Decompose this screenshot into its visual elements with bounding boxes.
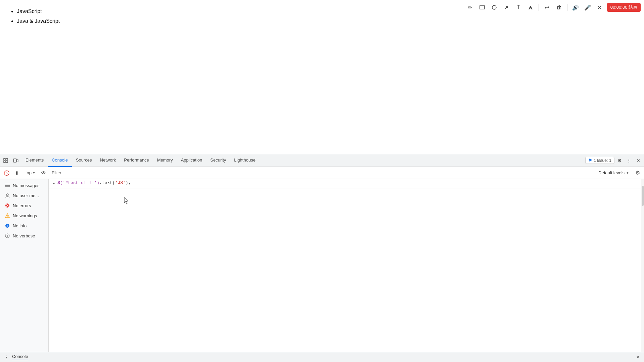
user-icon bbox=[5, 193, 10, 198]
devtools-settings-icon[interactable]: ⚙ bbox=[615, 156, 624, 165]
svg-rect-7 bbox=[17, 160, 18, 162]
sidebar-item-warnings[interactable]: ! No warnings bbox=[1, 211, 47, 220]
tab-memory[interactable]: Memory bbox=[153, 154, 177, 167]
sidebar-item-verbose[interactable]: No verbose bbox=[1, 231, 47, 240]
svg-rect-3 bbox=[6, 159, 8, 160]
sidebar-errors-label: No errors bbox=[13, 203, 31, 208]
devtools-more-icon[interactable]: ⋮ bbox=[625, 156, 633, 165]
device-toggle-icon[interactable] bbox=[11, 156, 20, 165]
highlight-icon[interactable] bbox=[526, 3, 535, 12]
console-body: No messages No user me... No errors ! No… bbox=[0, 179, 644, 352]
toolbar-separator bbox=[539, 4, 539, 11]
tab-security[interactable]: Security bbox=[206, 154, 230, 167]
timer-button[interactable]: 00:00:00 结束 bbox=[607, 3, 641, 12]
context-label: top bbox=[26, 170, 32, 175]
scrollbar-thumb[interactable] bbox=[642, 186, 644, 206]
issues-count: 1 bbox=[609, 158, 611, 163]
tab-console[interactable]: Console bbox=[48, 154, 72, 167]
toolbar-top-right: ✏ ↗ T ↩ 🗑 🔊 🎤 ✕ 00:00:00 结束 bbox=[465, 3, 641, 12]
svg-rect-4 bbox=[4, 161, 5, 163]
code-closing: ); bbox=[126, 180, 131, 185]
issues-badge[interactable]: ⚑ 1 Issue: 1 bbox=[585, 157, 614, 164]
bottom-bar-close-button[interactable]: ✕ bbox=[634, 354, 641, 361]
console-settings-icon[interactable]: ⚙ bbox=[633, 169, 642, 177]
bottom-bar-console-label[interactable]: Console bbox=[12, 354, 28, 360]
code-method: .text( bbox=[99, 180, 115, 185]
chevron-down-icon-2: ▼ bbox=[626, 171, 629, 175]
filter-input[interactable] bbox=[50, 170, 594, 176]
mouse-cursor bbox=[124, 197, 130, 206]
clear-console-button[interactable]: 🚫 bbox=[2, 169, 11, 177]
list-item-2: Java & JavaScript bbox=[17, 16, 634, 26]
sidebar-messages-label: No messages bbox=[13, 183, 39, 188]
sidebar-item-info[interactable]: i No info bbox=[1, 221, 47, 230]
delete-icon[interactable]: 🗑 bbox=[554, 3, 564, 12]
tab-sources[interactable]: Sources bbox=[72, 154, 96, 167]
issues-flag-icon: ⚑ bbox=[588, 158, 592, 163]
svg-rect-0 bbox=[480, 6, 485, 9]
bottom-bar-menu-icon[interactable]: ⋮ bbox=[3, 354, 10, 361]
svg-point-1 bbox=[492, 5, 496, 9]
list-icon bbox=[5, 183, 10, 188]
devtools-bottom-bar: ⋮ Console ✕ bbox=[0, 352, 644, 362]
warning-icon: ! bbox=[5, 213, 10, 218]
devtools-panel: Elements Console Sources Network Perform… bbox=[0, 154, 644, 362]
default-levels-label: Default levels bbox=[598, 170, 625, 175]
sidebar-verbose-label: No verbose bbox=[13, 233, 35, 238]
sidebar-item-messages[interactable]: No messages bbox=[1, 181, 47, 190]
rectangle-icon[interactable] bbox=[477, 3, 487, 12]
toolbar-separator-2 bbox=[567, 4, 567, 11]
tab-application[interactable]: Application bbox=[177, 154, 206, 167]
tab-network[interactable]: Network bbox=[96, 154, 120, 167]
inspect-icon[interactable] bbox=[1, 156, 10, 165]
context-selector[interactable]: top ▼ bbox=[24, 170, 38, 176]
console-entry[interactable]: ▶ $('#test-ul li').text('JS'); bbox=[49, 179, 644, 188]
tab-lighthouse[interactable]: Lighthouse bbox=[230, 154, 260, 167]
svg-text:i: i bbox=[7, 224, 8, 228]
default-levels-button[interactable]: Default levels ▼ bbox=[596, 170, 631, 176]
console-filter-bar: 🚫 ⏸ top ▼ 👁 Default levels ▼ ⚙ bbox=[0, 167, 644, 179]
sidebar-item-user-messages[interactable]: No user me... bbox=[1, 191, 47, 200]
code-selector: $('#test-ul li') bbox=[57, 180, 99, 185]
sidebar-warnings-label: No warnings bbox=[13, 213, 37, 218]
devtools-close-icon[interactable]: ✕ bbox=[634, 156, 643, 165]
verbose-icon bbox=[5, 233, 10, 238]
devtools-right-icons: ⚑ 1 Issue: 1 ⚙ ⋮ ✕ bbox=[585, 156, 643, 165]
tab-elements[interactable]: Elements bbox=[21, 154, 48, 167]
volume-icon[interactable]: 🔊 bbox=[571, 3, 580, 12]
chevron-down-icon: ▼ bbox=[32, 171, 36, 175]
code-string: 'JS' bbox=[115, 180, 126, 185]
issues-label: 1 Issue: bbox=[594, 158, 608, 163]
svg-point-11 bbox=[6, 194, 8, 196]
devtools-left-icons bbox=[1, 156, 20, 165]
page-content: JavaScript Java & JavaScript bbox=[0, 0, 644, 141]
undo-icon[interactable]: ↩ bbox=[542, 3, 552, 12]
arrow-icon[interactable]: ↗ bbox=[502, 3, 511, 12]
pencil-icon[interactable]: ✏ bbox=[465, 3, 475, 12]
circle-icon[interactable] bbox=[490, 3, 499, 12]
eye-icon[interactable]: 👁 bbox=[40, 169, 48, 177]
scrollbar-track[interactable] bbox=[641, 179, 644, 352]
sidebar-info-label: No info bbox=[13, 223, 27, 228]
close-icon[interactable]: ✕ bbox=[595, 3, 604, 12]
svg-text:!: ! bbox=[7, 215, 8, 218]
console-sidebar: No messages No user me... No errors ! No… bbox=[0, 179, 49, 352]
error-icon bbox=[5, 203, 10, 208]
mic-icon[interactable]: 🎤 bbox=[583, 3, 592, 12]
expand-icon[interactable]: ▶ bbox=[51, 181, 56, 186]
svg-rect-6 bbox=[13, 159, 16, 162]
info-icon: i bbox=[5, 223, 10, 228]
sidebar-user-messages-label: No user me... bbox=[13, 193, 39, 198]
svg-rect-5 bbox=[6, 161, 8, 163]
stop-on-exception-button[interactable]: ⏸ bbox=[13, 169, 21, 177]
console-code: $('#test-ul li').text('JS'); bbox=[57, 180, 641, 185]
sidebar-item-errors[interactable]: No errors bbox=[1, 201, 47, 210]
console-log-area[interactable]: ▶ $('#test-ul li').text('JS'); bbox=[49, 179, 644, 352]
tab-performance[interactable]: Performance bbox=[120, 154, 153, 167]
svg-rect-2 bbox=[4, 159, 5, 160]
devtools-tabs-bar: Elements Console Sources Network Perform… bbox=[0, 154, 644, 167]
text-icon[interactable]: T bbox=[514, 3, 523, 12]
